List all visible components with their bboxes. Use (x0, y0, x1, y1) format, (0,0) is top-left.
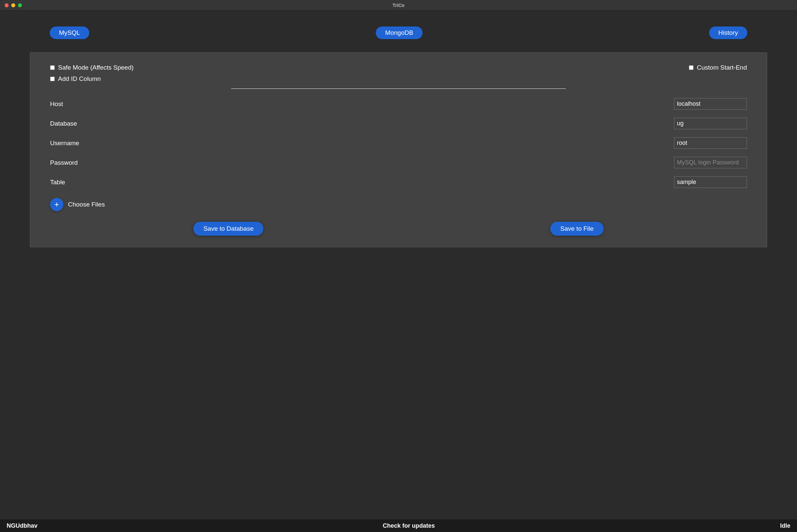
database-row: Database (50, 118, 747, 129)
add-id-text: Add ID Column (58, 75, 101, 82)
choose-files-row: + Choose Files (50, 198, 747, 211)
add-file-button[interactable]: + (50, 198, 63, 211)
custom-range-checkbox[interactable] (689, 65, 693, 70)
safe-mode-text: Safe Mode (Affects Speed) (58, 64, 134, 71)
tab-history[interactable]: History (709, 26, 747, 39)
tab-mongodb[interactable]: MongoDB (376, 26, 423, 39)
custom-range-checkbox-label[interactable]: Custom Start-End (689, 64, 747, 71)
database-label: Database (50, 120, 77, 127)
password-label: Password (50, 159, 78, 166)
table-input[interactable] (674, 176, 747, 188)
username-input[interactable] (674, 137, 747, 149)
host-input[interactable] (674, 98, 747, 110)
footer-status: Idle (780, 522, 790, 529)
save-to-database-button[interactable]: Save to Database (193, 222, 263, 236)
maximize-window-button[interactable] (18, 3, 22, 7)
save-to-file-button[interactable]: Save to File (550, 222, 603, 236)
footer: NGUdbhav Check for updates Idle (0, 519, 797, 532)
password-input[interactable] (674, 157, 747, 168)
tab-row: MySQL MongoDB History (30, 26, 767, 52)
footer-author: NGUdbhav (7, 522, 37, 529)
minimize-window-button[interactable] (11, 3, 15, 7)
table-label: Table (50, 179, 65, 186)
titlebar: TriCo (0, 0, 797, 11)
table-row: Table (50, 176, 747, 188)
password-row: Password (50, 157, 747, 168)
database-input[interactable] (674, 118, 747, 129)
connection-form: Host Database Username Password Table (50, 98, 747, 188)
main-panel: Safe Mode (Affects Speed) Add ID Column … (30, 52, 767, 247)
safe-mode-checkbox-label[interactable]: Safe Mode (Affects Speed) (50, 64, 134, 71)
window-title: TriCo (393, 3, 405, 8)
plus-icon: + (54, 200, 59, 209)
close-window-button[interactable] (5, 3, 8, 7)
divider (231, 89, 566, 89)
add-id-checkbox[interactable] (50, 77, 55, 81)
custom-range-text: Custom Start-End (697, 64, 747, 71)
username-label: Username (50, 139, 79, 147)
safe-mode-checkbox[interactable] (50, 65, 55, 70)
check-updates-link[interactable]: Check for updates (383, 522, 435, 529)
action-row: Save to Database Save to File (50, 222, 747, 236)
tab-mysql[interactable]: MySQL (50, 26, 89, 39)
host-label: Host (50, 100, 63, 108)
window-controls (0, 3, 22, 7)
app-body: MySQL MongoDB History Safe Mode (Affects… (0, 11, 797, 519)
add-id-checkbox-label[interactable]: Add ID Column (50, 75, 134, 82)
checkbox-row: Safe Mode (Affects Speed) Add ID Column … (50, 64, 747, 82)
host-row: Host (50, 98, 747, 110)
username-row: Username (50, 137, 747, 149)
choose-files-label: Choose Files (68, 201, 105, 208)
